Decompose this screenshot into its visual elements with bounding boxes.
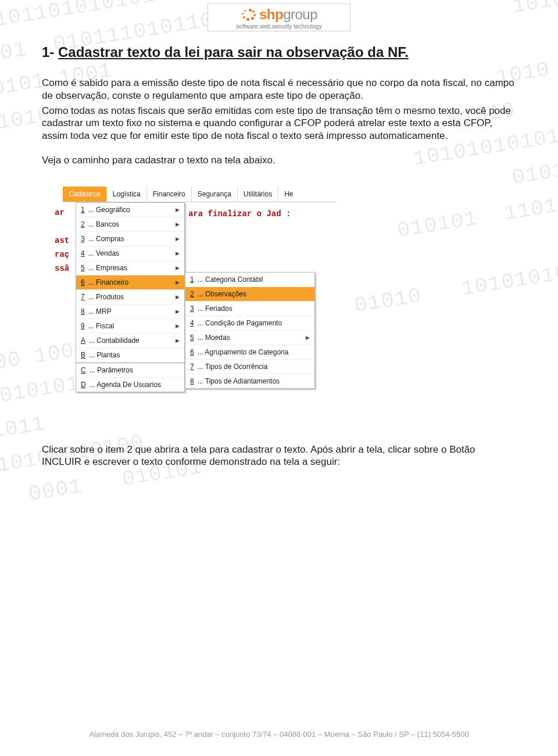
dd-cadastros-item-8[interactable]: 8... MRP▶: [76, 304, 184, 319]
dd-financeiro-item-7[interactable]: 7... Tipos de Ocorrência: [185, 360, 314, 374]
menu-item-key: 5: [81, 264, 85, 272]
dropdown-financeiro: 1... Categoria Contábil2... Observações3…: [185, 272, 315, 389]
paragraph-1: Como é sabido para a emissão deste tipo …: [42, 77, 516, 102]
dd-cadastros-item-7[interactable]: 7... Produtos▶: [76, 290, 184, 304]
jad-hint-text: ara finalizar o Jad :: [188, 209, 291, 218]
chevron-right-icon: ▶: [176, 338, 180, 343]
chevron-right-icon: ▶: [176, 221, 180, 227]
menu-item-label: ... Condição de Pagamento: [198, 319, 282, 327]
menu-item-key: 1: [81, 206, 85, 214]
chevron-right-icon: ▶: [176, 280, 180, 285]
menu-item-label: ... Contabilidade: [89, 336, 140, 345]
menu-item-key: 7: [190, 363, 194, 371]
heading-prefix: 1-: [42, 44, 58, 60]
dd-cadastros-item-a[interactable]: A... Contabilidade▶: [76, 334, 184, 348]
dd-cadastros-item-4[interactable]: 4... Vendas▶: [76, 246, 184, 261]
chevron-right-icon: ▶: [176, 294, 180, 300]
menu-item-key: 2: [81, 220, 85, 228]
logo-tagline: software.web.security technology: [212, 23, 346, 30]
dd-cadastros-item-d[interactable]: D... Agenda De Usuarios: [76, 378, 184, 392]
menu-item-label: ... Tipos de Ocorrência: [198, 363, 268, 371]
dd-financeiro-item-5[interactable]: 5... Moedas▶: [185, 331, 314, 345]
logo: shpgroup software.web.security technolog…: [208, 3, 350, 31]
app-menubar: Cadastros Logística Financeiro Segurança…: [63, 187, 336, 202]
dd-cadastros-item-2[interactable]: 2... Bancos▶: [76, 217, 184, 232]
page-footer: Alameda dos Jurupis, 452 – 7º andar – co…: [0, 730, 558, 739]
menu-item-key: A: [81, 336, 85, 345]
paragraph-2: Como todas as notas fiscais que serão em…: [42, 105, 516, 142]
menu-item-key: C: [81, 366, 86, 374]
menu-item-key: 6: [81, 278, 85, 286]
heading-title: Cadastrar texto da lei para sair na obse…: [58, 44, 409, 60]
chevron-right-icon: ▶: [176, 207, 180, 213]
dd-financeiro-item-3[interactable]: 3... Feriados: [185, 302, 314, 316]
dd-cadastros-item-6[interactable]: 6... Financeiro▶: [76, 275, 184, 290]
logo-dots-icon: [241, 8, 257, 22]
dd-cadastros-item-5[interactable]: 5... Empresas▶: [76, 261, 184, 275]
menubar-item-he[interactable]: He: [278, 187, 299, 202]
menu-item-label: ... Categoria Contábil: [198, 275, 263, 284]
chevron-right-icon: ▶: [176, 323, 180, 329]
chevron-right-icon: ▶: [176, 309, 180, 314]
menubar-item-logistica[interactable]: Logística: [107, 187, 147, 202]
menu-item-label: ... Compras: [88, 235, 124, 243]
dd-financeiro-item-1[interactable]: 1... Categoria Contábil: [185, 273, 314, 287]
menubar-item-seguranca[interactable]: Segurança: [192, 187, 238, 202]
menu-item-key: 6: [190, 348, 194, 356]
chevron-right-icon: ▶: [306, 335, 310, 341]
dd-cadastros-item-b[interactable]: B... Plantas: [76, 348, 184, 363]
logo-brand-grey: group: [283, 6, 317, 22]
dd-cadastros-item-9[interactable]: 9... Fiscal▶: [76, 319, 184, 334]
dd-cadastros-item-3[interactable]: 3... Compras▶: [76, 232, 184, 246]
menu-item-label: ... Parâmetros: [90, 366, 133, 374]
cropped-side-labels: ar ast raç ssã: [55, 202, 72, 275]
menu-item-label: ... Vendas: [88, 249, 119, 257]
menu-item-label: ... Moedas: [198, 334, 230, 342]
paragraph-3: Veja o caminho para cadastrar o texto na…: [42, 154, 516, 167]
menu-item-label: ... Produtos: [88, 293, 124, 301]
menu-item-label: ... Observações: [198, 290, 246, 298]
menu-item-key: 4: [190, 319, 194, 327]
chevron-right-icon: ▶: [176, 265, 180, 271]
menubar-item-financeiro[interactable]: Financeiro: [147, 187, 192, 202]
menubar-item-utilitarios[interactable]: Utilitários: [238, 187, 278, 202]
menu-item-key: 5: [190, 334, 194, 342]
menu-item-label: ... Tipos de Adiantamentos: [198, 377, 280, 385]
menubar-item-cadastros[interactable]: Cadastros: [63, 187, 107, 202]
menu-item-label: ... MRP: [88, 307, 112, 316]
dropdown-cadastros: 1... Geográfico▶2... Bancos▶3... Compras…: [76, 202, 185, 392]
menu-item-label: ... Financeiro: [88, 278, 128, 286]
menu-item-key: 9: [81, 322, 85, 330]
logo-brand-orange: shp: [259, 6, 283, 22]
dd-cadastros-item-c[interactable]: C... Parâmetros: [76, 363, 184, 378]
menu-item-key: 2: [190, 290, 194, 298]
menu-item-key: 8: [81, 307, 85, 316]
menu-item-key: 3: [190, 304, 194, 313]
paragraph-4: Clicar sobre o item 2 que abrira a tela …: [42, 443, 516, 469]
menu-item-key: 4: [81, 249, 85, 257]
menu-item-label: ... Plantas: [89, 351, 120, 359]
menu-item-key: 1: [190, 275, 194, 284]
dd-financeiro-item-4[interactable]: 4... Condição de Pagamento: [185, 316, 314, 331]
menu-item-key: D: [81, 381, 86, 389]
menu-item-key: B: [81, 351, 85, 359]
menu-item-label: ... Empresas: [88, 264, 127, 272]
menu-item-label: ... Geográfico: [88, 206, 130, 214]
menu-item-label: ... Fiscal: [88, 322, 115, 330]
menu-item-key: 7: [81, 293, 85, 301]
header-logo-wrap: shpgroup software.web.security technolog…: [42, 0, 516, 42]
menu-item-label: ... Agrupamento de Categoria: [198, 348, 289, 356]
menu-item-key: 3: [81, 235, 85, 243]
dd-financeiro-item-2[interactable]: 2... Observações: [185, 287, 314, 302]
chevron-right-icon: ▶: [176, 236, 180, 242]
menu-item-key: 8: [190, 377, 194, 385]
dd-financeiro-item-8[interactable]: 8... Tipos de Adiantamentos: [185, 374, 314, 388]
menu-item-label: ... Agenda De Usuarios: [90, 381, 161, 389]
menu-item-label: ... Bancos: [88, 220, 119, 228]
menu-item-label: ... Feriados: [198, 304, 233, 313]
chevron-right-icon: ▶: [176, 250, 180, 256]
section-heading: 1- Cadastrar texto da lei para sair na o…: [42, 44, 516, 60]
dd-cadastros-item-1[interactable]: 1... Geográfico▶: [76, 203, 184, 217]
dd-financeiro-item-6[interactable]: 6... Agrupamento de Categoria: [185, 345, 314, 360]
